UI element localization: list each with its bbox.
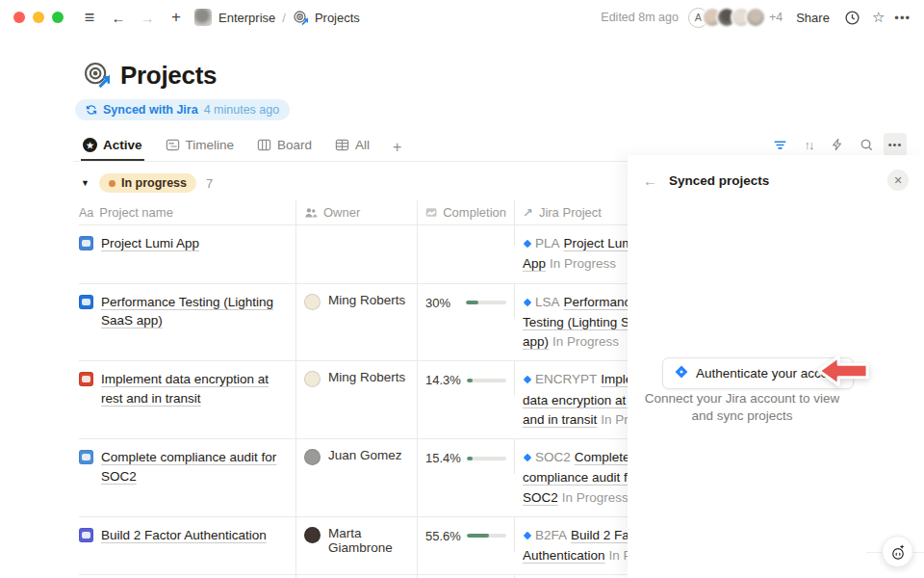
project-icon <box>79 295 93 309</box>
timeline-view-icon <box>166 138 180 152</box>
owner-avatar <box>304 371 321 387</box>
tab-timeline[interactable]: Timeline <box>164 132 237 161</box>
group-collapse-toggle[interactable]: ▼ <box>81 178 90 188</box>
tab-all[interactable]: All <box>333 132 372 161</box>
owner-cell[interactable]: Ming Roberts <box>296 361 418 438</box>
people-icon <box>304 206 318 220</box>
panel-close-icon[interactable]: ✕ <box>887 170 909 191</box>
status-badge[interactable]: In progress <box>99 173 196 193</box>
tab-label: Timeline <box>186 138 235 152</box>
project-name[interactable]: Build 2 Factor Authentication <box>101 526 267 545</box>
progress-bar <box>467 534 506 538</box>
panel-caption: Connect your Jira account to view and sy… <box>639 390 845 425</box>
completion-cell[interactable]: 30% <box>418 284 515 319</box>
search-icon[interactable] <box>855 133 878 156</box>
sort-icon[interactable]: ↑↓ <box>797 133 820 156</box>
synced-projects-panel: ← Synced projects ✕ Authenticate your ac… <box>628 155 924 578</box>
column-label: Jira Project <box>539 205 602 220</box>
breadcrumb-separator: / <box>282 11 286 25</box>
new-page-icon[interactable]: + <box>166 7 187 28</box>
automation-lightning-icon[interactable] <box>826 133 849 156</box>
window-close-button[interactable] <box>13 12 25 23</box>
jira-status: In Progress <box>562 490 629 505</box>
jira-key: PLA <box>535 236 560 250</box>
tab-active[interactable]: ★ Active <box>81 132 144 161</box>
column-header-owner[interactable]: Owner <box>296 200 418 224</box>
tab-label: All <box>355 138 370 152</box>
updates-clock-icon[interactable] <box>843 8 862 27</box>
project-name-cell[interactable]: Performance Testing (Lighting SaaS app) <box>79 284 296 361</box>
window-zoom-button[interactable] <box>52 12 64 23</box>
collaborator-avatars[interactable]: A +4 <box>688 7 783 28</box>
jira-diamond-icon <box>523 294 532 313</box>
owner-cell[interactable]: Ming Roberts <box>296 284 418 361</box>
completion-cell[interactable]: 55.6% <box>418 517 515 552</box>
project-name[interactable]: Implement data encryption at rest and in… <box>101 370 288 407</box>
sync-icon <box>86 104 97 116</box>
jira-diamond-icon <box>523 449 532 468</box>
column-header-completion[interactable]: Completion <box>418 200 515 224</box>
breadcrumb-page[interactable]: Projects <box>315 11 360 25</box>
nav-forward-icon[interactable]: → <box>137 7 158 28</box>
owner-name: Juan Gomez <box>328 448 402 462</box>
project-icon <box>79 236 93 250</box>
notion-ai-button[interactable] <box>882 536 913 567</box>
owner-cell[interactable]: Juan Gomez <box>296 439 418 516</box>
column-header-project-name[interactable]: Aa Project name <box>79 200 296 224</box>
table-view-icon <box>335 138 349 152</box>
more-options-icon[interactable]: ••• <box>894 11 911 25</box>
completion-cell[interactable]: 15.4% <box>418 439 515 474</box>
jira-key: ENCRYPT <box>535 372 597 386</box>
panel-title: Synced projects <box>669 173 769 188</box>
sync-badge-time: 4 minutes ago <box>204 103 280 117</box>
owner-avatar <box>304 294 321 310</box>
sidebar-toggle-icon[interactable]: ≡ <box>79 7 100 28</box>
tab-label: Active <box>103 138 142 152</box>
avatar-overflow-count: +4 <box>769 11 783 24</box>
red-pointer-arrow <box>816 353 870 392</box>
share-button[interactable]: Share <box>792 8 834 28</box>
view-more-options-icon[interactable]: ••• <box>884 133 907 156</box>
project-name[interactable]: Project Lumi App <box>101 234 199 253</box>
owner-cell[interactable] <box>296 225 418 283</box>
group-count: 7 <box>206 176 213 191</box>
jira-diamond-icon <box>523 371 532 390</box>
external-link-arrow-icon: ↗ <box>523 205 533 220</box>
owner-name: Ming Roberts <box>328 370 405 384</box>
sync-badge-label: Synced with Jira <box>103 103 198 117</box>
page-target-icon[interactable] <box>83 61 110 91</box>
tab-label: Board <box>277 138 312 152</box>
progress-bar <box>467 457 506 460</box>
completion-cell[interactable] <box>418 225 515 246</box>
completion-value: 14.3% <box>425 373 461 387</box>
column-label: Owner <box>323 205 360 220</box>
tab-board[interactable]: Board <box>255 132 314 161</box>
project-name[interactable]: Performance Testing (Lighting SaaS app) <box>101 293 288 330</box>
panel-back-icon[interactable]: ← <box>643 172 657 189</box>
project-icon <box>79 372 93 386</box>
sync-status-badge[interactable]: Synced with Jira 4 minutes ago <box>75 99 290 120</box>
project-name-cell[interactable]: Complete compliance audit for SOC2 <box>79 439 296 516</box>
jira-key: B2FA <box>535 528 567 542</box>
last-edited-label: Edited 8m ago <box>601 11 679 24</box>
project-name-cell[interactable]: Project Lumi App <box>79 225 296 283</box>
project-name[interactable]: Complete compliance audit for SOC2 <box>101 448 288 486</box>
page-title: Projects <box>120 61 217 91</box>
owner-name: Ming Roberts <box>328 293 405 307</box>
owner-cell[interactable]: Marta Giambrone <box>296 517 418 575</box>
owner-name: Marta Giambrone <box>328 526 409 555</box>
workspace-icon[interactable] <box>194 9 212 26</box>
breadcrumb-workspace[interactable]: Enterprise <box>218 11 275 25</box>
completion-value: 55.6% <box>425 529 461 543</box>
project-name-cell[interactable]: Build 2 Factor Authentication <box>79 517 296 575</box>
project-name-cell[interactable]: Implement data encryption at rest and in… <box>79 361 296 438</box>
completion-cell[interactable]: 14.3% <box>418 361 515 396</box>
filter-icon[interactable] <box>768 133 791 156</box>
status-dot <box>109 180 116 187</box>
nav-back-icon[interactable]: ← <box>108 7 129 28</box>
window-minimize-button[interactable] <box>33 12 44 23</box>
add-view-button[interactable]: + <box>391 133 403 160</box>
progress-bar <box>467 379 506 382</box>
favorite-star-icon[interactable]: ☆ <box>872 9 885 26</box>
column-label: Completion <box>443 205 506 220</box>
